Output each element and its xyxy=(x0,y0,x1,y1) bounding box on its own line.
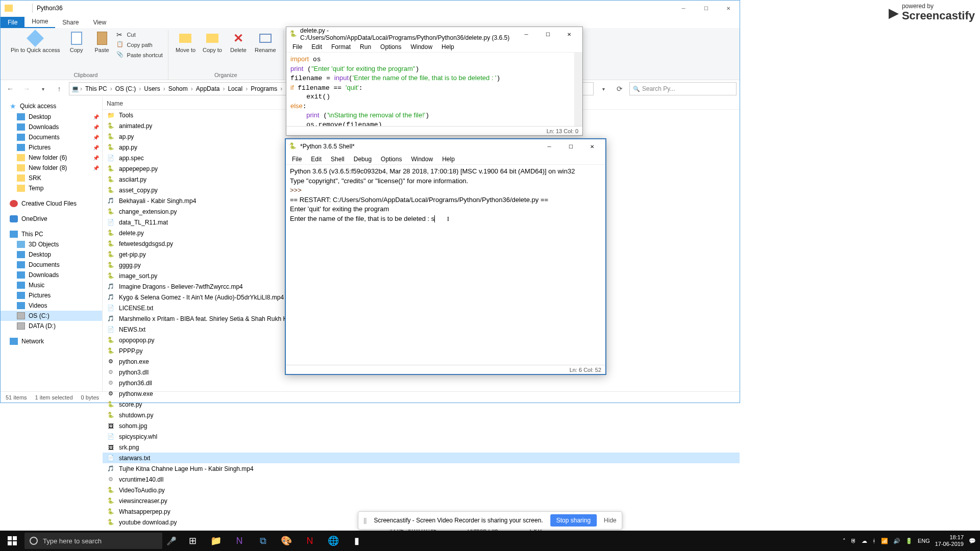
minimize-button[interactable]: ─ xyxy=(672,1,695,16)
idle-shell-titlebar[interactable]: *Python 3.6.5 Shell* ─ ☐ ✕ xyxy=(286,139,605,154)
cmd-icon[interactable]: ▮ xyxy=(345,531,369,551)
menu-format[interactable]: Format xyxy=(327,42,355,52)
paste-button[interactable]: Paste xyxy=(91,30,113,54)
menu-help[interactable]: Help xyxy=(438,155,459,164)
explorer-icon[interactable]: 📁 xyxy=(204,531,228,551)
menu-help[interactable]: Help xyxy=(437,42,458,52)
menu-edit[interactable]: Edit xyxy=(307,155,326,164)
nav-desktop2[interactable]: Desktop xyxy=(1,249,102,260)
stop-sharing-button[interactable]: Stop sharing xyxy=(550,514,597,527)
code-editor[interactable]: import os print ("Enter 'quit' for exiti… xyxy=(286,53,582,126)
nav-creative-cloud[interactable]: Creative Cloud Files xyxy=(1,198,102,209)
mic-icon[interactable]: 🎤 xyxy=(162,536,181,546)
tab-view[interactable]: View xyxy=(86,17,113,28)
tray-volume-icon[interactable]: 🔊 xyxy=(893,538,900,544)
menu-edit[interactable]: Edit xyxy=(307,42,326,52)
file-row[interactable]: sohom.jpg xyxy=(103,420,740,431)
file-row[interactable]: spicyspicy.whl xyxy=(103,431,740,442)
file-row[interactable]: shutdown.py xyxy=(103,410,740,420)
copy-to-button[interactable]: Copy to xyxy=(201,30,224,54)
nav-this-pc[interactable]: This PC xyxy=(1,229,102,239)
tray-wifi-icon[interactable]: 📶 xyxy=(881,538,888,544)
netflix-icon[interactable]: N xyxy=(298,531,322,551)
nav-os-c[interactable]: OS (C:) xyxy=(1,311,102,321)
tray-notifications-icon[interactable]: 💬 xyxy=(969,538,976,544)
nav-music[interactable]: Music xyxy=(1,280,102,290)
shell-output[interactable]: Python 3.6.5 (v3.6.5:f59c0932b4, Mar 28 … xyxy=(286,165,605,365)
up-button[interactable]: ↑ xyxy=(53,82,66,95)
rename-button[interactable]: Rename xyxy=(253,30,278,54)
qat-item[interactable] xyxy=(18,3,28,13)
close-button[interactable]: ✕ xyxy=(582,140,602,153)
recent-button[interactable]: ▾ xyxy=(36,82,50,95)
nav-network[interactable]: Network xyxy=(1,336,102,346)
tray-clock[interactable]: 18:17 17-06-2019 xyxy=(935,534,964,547)
chrome-icon[interactable]: 🌐 xyxy=(322,531,345,551)
minimize-button[interactable]: ─ xyxy=(516,28,536,40)
nav-pictures2[interactable]: Pictures xyxy=(1,290,102,300)
nav-newfolder8[interactable]: New folder (8)📌 xyxy=(1,163,102,173)
nav-downloads[interactable]: Downloads📌 xyxy=(1,122,102,132)
vscode-icon[interactable]: ⧉ xyxy=(251,531,275,551)
tray-language[interactable]: ENG xyxy=(918,538,930,544)
maximize-button[interactable]: ☐ xyxy=(537,28,558,40)
paste-shortcut-button[interactable]: 📎Paste shortcut xyxy=(116,51,163,60)
scrollbar[interactable] xyxy=(574,53,582,126)
nav-newfolder6[interactable]: New folder (6)📌 xyxy=(1,153,102,163)
nav-documents2[interactable]: Documents xyxy=(1,260,102,270)
menu-shell[interactable]: Shell xyxy=(327,155,349,164)
minimize-button[interactable]: ─ xyxy=(539,140,559,153)
menu-options[interactable]: Options xyxy=(377,155,406,164)
close-button[interactable]: ✕ xyxy=(559,28,579,40)
nav-desktop[interactable]: Desktop📌 xyxy=(1,112,102,122)
tab-file[interactable]: File xyxy=(1,17,24,28)
copy-path-button[interactable]: 📋Copy path xyxy=(116,40,163,49)
tab-share[interactable]: Share xyxy=(55,17,86,28)
menu-file[interactable]: File xyxy=(288,155,306,164)
nav-srk[interactable]: SRK xyxy=(1,173,102,183)
start-button[interactable] xyxy=(0,531,24,551)
file-row[interactable]: Tujhe Kitna Chahne Lage Hum - Kabir Sing… xyxy=(103,463,740,474)
taskbar-search[interactable]: Type here to search xyxy=(24,533,162,549)
menu-debug[interactable]: Debug xyxy=(350,155,376,164)
tray-up-icon[interactable]: ˄ xyxy=(843,538,846,544)
onenote-icon[interactable]: N xyxy=(228,531,251,551)
file-row[interactable]: viewsincreaser.py xyxy=(103,495,740,506)
dropdown-button[interactable]: ▾ xyxy=(597,82,610,95)
maximize-button[interactable]: ☐ xyxy=(695,1,717,16)
close-button[interactable]: ✕ xyxy=(717,1,740,16)
task-view-icon[interactable]: ⊞ xyxy=(181,531,204,551)
cut-button[interactable]: ✂Cut xyxy=(116,30,163,39)
refresh-button[interactable]: ⟳ xyxy=(613,82,626,95)
nav-3d-objects[interactable]: 3D Objects xyxy=(1,239,102,249)
file-row[interactable]: vcruntime140.dll xyxy=(103,474,740,485)
tab-home[interactable]: Home xyxy=(24,16,55,28)
tray-battery-icon[interactable]: 🔋 xyxy=(905,538,913,544)
menu-run[interactable]: Run xyxy=(356,42,375,52)
nav-onedrive[interactable]: OneDrive xyxy=(1,214,102,224)
hide-button[interactable]: Hide xyxy=(604,517,617,524)
tray-bluetooth-icon[interactable]: ᚼ xyxy=(872,538,876,544)
menu-file[interactable]: File xyxy=(288,42,306,52)
file-row[interactable]: pythonw.exe xyxy=(103,388,740,399)
file-row[interactable]: starwars.txt xyxy=(103,453,740,463)
nav-videos[interactable]: Videos xyxy=(1,300,102,311)
file-row[interactable]: python36.dll xyxy=(103,378,740,388)
menu-options[interactable]: Options xyxy=(376,42,405,52)
menu-window[interactable]: Window xyxy=(406,42,436,52)
file-row[interactable]: score.py xyxy=(103,399,740,410)
nav-data-d[interactable]: DATA (D:) xyxy=(1,321,102,331)
menu-window[interactable]: Window xyxy=(407,155,437,164)
file-row[interactable]: VideoToAudio.py xyxy=(103,485,740,495)
idle-editor-titlebar[interactable]: delete.py - C:/Users/Sohom/AppData/Local… xyxy=(286,27,582,41)
paint-icon[interactable]: 🎨 xyxy=(275,531,298,551)
move-to-button[interactable]: Move to xyxy=(174,30,198,54)
maximize-button[interactable]: ☐ xyxy=(560,140,581,153)
nav-pictures[interactable]: Pictures📌 xyxy=(1,142,102,153)
tray-security-icon[interactable]: ⛨ xyxy=(851,538,856,544)
nav-temp[interactable]: Temp xyxy=(1,183,102,193)
back-button[interactable]: ← xyxy=(4,82,17,95)
nav-documents[interactable]: Documents📌 xyxy=(1,132,102,142)
nav-quick-access[interactable]: ★Quick access xyxy=(1,101,102,112)
explorer-titlebar[interactable]: Python36 ─ ☐ ✕ xyxy=(1,1,740,16)
